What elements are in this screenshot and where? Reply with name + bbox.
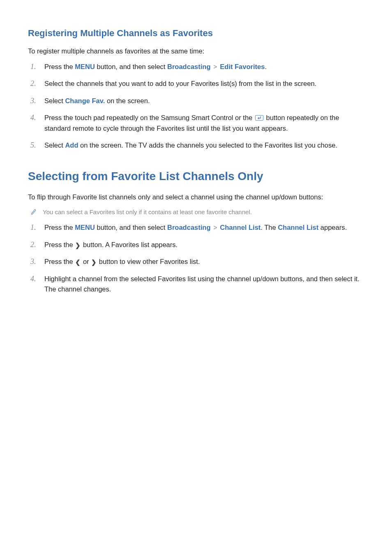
section2-step-3: Press the ❮ or ❯ button to view other Fa… xyxy=(28,257,364,267)
text: appears. xyxy=(318,224,347,231)
section2-steps: Press the MENU button, and then select B… xyxy=(28,222,364,295)
text: button. A Favorites list appears. xyxy=(81,241,178,248)
text: button to view other Favorites list. xyxy=(97,258,200,265)
text: on the screen. xyxy=(105,97,150,104)
section1-step-4: Press the touch pad repeatedly on the Sa… xyxy=(28,113,364,134)
text: Press the touch pad repeatedly on the Sa… xyxy=(44,114,254,121)
text: button, and then select xyxy=(95,63,167,70)
text: button, and then select xyxy=(95,224,167,231)
text: Select xyxy=(44,97,65,104)
section1-step-2: Select the channels that you want to add… xyxy=(28,79,364,89)
text: Select xyxy=(44,141,65,149)
text: . The xyxy=(261,224,278,231)
broadcasting-keyword: Broadcasting xyxy=(167,63,210,70)
breadcrumb-sep: > xyxy=(213,224,217,231)
section2-lead: To flip through Favorite list channels o… xyxy=(28,192,364,203)
chevron-right-icon: ❯ xyxy=(75,240,81,250)
section2-title: Selecting from Favorite List Channels On… xyxy=(28,170,364,183)
svg-rect-0 xyxy=(255,116,263,120)
section2-step-2: Press the ❯ button. A Favorites list app… xyxy=(28,240,364,250)
section1-step-5: Select Add on the screen. The TV adds th… xyxy=(28,140,364,151)
change-fav-keyword: Change Fav. xyxy=(65,97,105,104)
document-page: Registering Multiple Channels as Favorit… xyxy=(0,0,392,555)
chevron-left-icon: ❮ xyxy=(75,257,81,267)
section1-title: Registering Multiple Channels as Favorit… xyxy=(28,28,364,39)
menu-keyword: MENU xyxy=(75,63,95,70)
enter-button-icon xyxy=(255,115,263,121)
section2-step-1: Press the MENU button, and then select B… xyxy=(28,222,364,233)
broadcasting-keyword: Broadcasting xyxy=(167,224,210,231)
text: on the screen. The TV adds the channels … xyxy=(78,141,337,149)
chevron-right-icon: ❯ xyxy=(91,257,97,267)
channel-list-keyword: Channel List xyxy=(220,224,261,231)
text: Press the xyxy=(44,224,75,231)
text: Press the xyxy=(44,258,75,265)
section1-step-3: Select Change Fav. on the screen. xyxy=(28,96,364,106)
section2-step-4: Highlight a channel from the selected Fa… xyxy=(28,274,364,295)
edit-favorites-keyword: Edit Favorites xyxy=(220,63,265,70)
text: or xyxy=(81,258,91,265)
section1-step-1: Press the MENU button, and then select B… xyxy=(28,62,364,72)
text: Press the xyxy=(44,63,75,70)
note-text: You can select a Favorites list only if … xyxy=(43,208,252,217)
text: . xyxy=(265,63,267,70)
note-pencil-icon xyxy=(30,208,37,215)
section1-steps: Press the MENU button, and then select B… xyxy=(28,62,364,151)
channel-list-keyword: Channel List xyxy=(278,224,318,231)
menu-keyword: MENU xyxy=(75,224,95,231)
section1-lead: To register multiple channels as favorit… xyxy=(28,46,364,57)
section2-note: You can select a Favorites list only if … xyxy=(28,208,364,217)
add-keyword: Add xyxy=(65,141,78,149)
breadcrumb-sep: > xyxy=(213,63,217,70)
text: Press the xyxy=(44,241,75,248)
